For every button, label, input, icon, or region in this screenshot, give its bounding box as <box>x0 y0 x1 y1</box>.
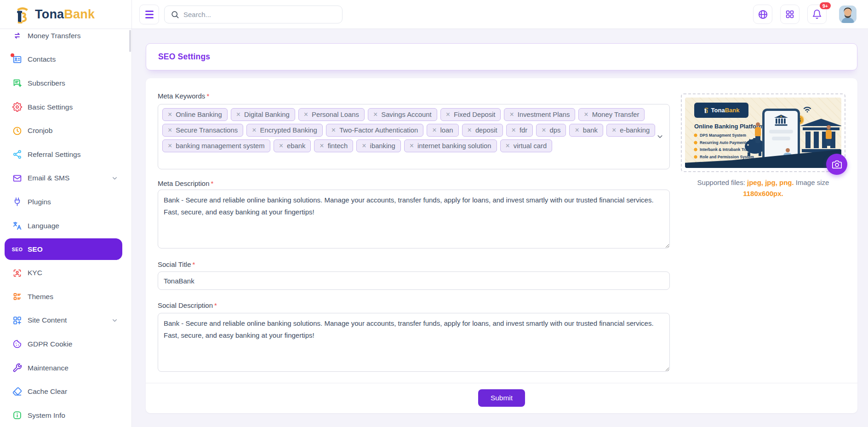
sidebar-item-site-content[interactable]: Site Content <box>0 309 131 333</box>
remove-keyword-icon[interactable]: × <box>506 142 510 150</box>
keyword-tag[interactable]: ×Online Banking <box>162 108 228 121</box>
remove-keyword-icon[interactable]: × <box>446 111 450 118</box>
keyword-tag[interactable]: ×Money Transfer <box>578 108 645 121</box>
sidebar-item-label: Maintenance <box>28 364 69 372</box>
face-scan-icon <box>12 268 22 278</box>
keyword-label: e-banking <box>620 127 650 134</box>
remove-keyword-icon[interactable]: × <box>432 127 436 134</box>
remove-keyword-icon[interactable]: × <box>575 127 579 134</box>
globe-icon <box>758 9 768 20</box>
keyword-tag[interactable]: ×deposit <box>462 124 503 137</box>
remove-keyword-icon[interactable]: × <box>512 127 516 134</box>
contacts-alert-dot <box>11 53 14 57</box>
sidebar-item-label: Themes <box>28 293 53 301</box>
remove-keyword-icon[interactable]: × <box>168 111 172 118</box>
sidebar-item-subscribers[interactable]: Subscribers <box>0 71 131 95</box>
sidebar-item-contacts[interactable]: Contacts <box>0 48 131 72</box>
clock-icon <box>12 126 22 136</box>
sidebar-item-seo[interactable]: SEO SEO <box>5 238 122 260</box>
user-avatar[interactable] <box>839 6 857 23</box>
notification-count-badge: 9+ <box>820 2 831 9</box>
keyword-tag[interactable]: ×fintech <box>314 139 353 152</box>
star-bullet-icon <box>694 148 697 151</box>
remove-keyword-icon[interactable]: × <box>168 127 172 134</box>
keyword-tag[interactable]: ×bank <box>569 124 603 137</box>
remove-keyword-icon[interactable]: × <box>320 142 324 150</box>
brand-name: TonaBank <box>35 7 95 22</box>
seo-image-dropzone[interactable]: TonaBank Online Banking Platform DPS Man… <box>681 93 845 172</box>
keywords-expand-chevron-icon[interactable] <box>656 133 664 141</box>
apps-menu-button[interactable] <box>780 5 799 24</box>
keyword-tag[interactable]: ×ebank <box>274 139 311 152</box>
keyword-tag[interactable]: ×ibanking <box>356 139 400 152</box>
sidebar-item-kyc[interactable]: KYC <box>0 261 131 285</box>
keyword-tag[interactable]: ×Fixed Deposit <box>440 108 501 121</box>
brand-logo[interactable]: TonaBank <box>14 5 95 23</box>
social-description-textarea[interactable]: Bank - Secure and reliable online bankin… <box>158 313 670 372</box>
sidebar-item-cronjob[interactable]: Cronjob <box>0 119 131 143</box>
meta-description-textarea[interactable]: Bank - Secure and reliable online bankin… <box>158 190 670 248</box>
keyword-tag[interactable]: ×e-banking <box>606 124 655 137</box>
sidebar-item-email-sms[interactable]: Email & SMS <box>0 167 131 190</box>
remove-keyword-icon[interactable]: × <box>468 127 472 134</box>
social-title-input[interactable] <box>158 271 670 290</box>
remove-keyword-icon[interactable]: × <box>584 111 588 118</box>
remove-keyword-icon[interactable]: × <box>236 111 240 118</box>
keyword-tag[interactable]: ×dps <box>536 124 566 137</box>
remove-keyword-icon[interactable]: × <box>252 127 256 134</box>
keyword-tag[interactable]: ×internet banking solution <box>404 139 497 152</box>
keyword-tag[interactable]: ×loan <box>427 124 458 137</box>
keyword-tag[interactable]: ×Secure Transactions <box>162 124 243 137</box>
bell-icon <box>812 9 822 19</box>
sidebar-item-basic-settings[interactable]: Basic Settings <box>0 95 131 119</box>
sidebar-item-maintenance[interactable]: Maintenance <box>0 356 131 380</box>
sidebar-item-cache-clear[interactable]: Cache Clear <box>0 380 131 404</box>
sidebar-item-money-transfers[interactable]: Money Transfers <box>0 29 131 48</box>
sidebar-item-plugins[interactable]: Plugins <box>0 190 131 214</box>
keyword-label: Digital Banking <box>244 111 290 118</box>
keyword-tag[interactable]: ×Digital Banking <box>231 108 295 121</box>
keyword-label: loan <box>440 127 453 134</box>
keyword-tag[interactable]: ×Encrypted Banking <box>246 124 323 137</box>
language-globe-button[interactable] <box>753 5 772 24</box>
search-input[interactable] <box>183 11 336 18</box>
submit-button[interactable]: Submit <box>478 389 525 407</box>
meta-keywords-label: Meta Keywords* <box>158 92 209 100</box>
change-image-button[interactable] <box>826 154 847 175</box>
keyword-tag[interactable]: ×Personal Loans <box>298 108 365 121</box>
remove-keyword-icon[interactable]: × <box>509 111 514 118</box>
contacts-icon <box>12 55 22 64</box>
sidebar-item-themes[interactable]: Themes <box>0 285 131 309</box>
keyword-tag[interactable]: ×Two-Factor Authentication <box>326 124 423 137</box>
keyword-label: dps <box>550 127 561 134</box>
sidebar-item-label: GDPR Cookie <box>28 340 72 348</box>
remove-keyword-icon[interactable]: × <box>304 111 308 118</box>
sidebar-item-referral-settings[interactable]: Referral Settings <box>0 143 131 167</box>
meta-keywords-input[interactable]: ×Online Banking ×Digital Banking ×Person… <box>158 104 670 169</box>
sidebar-item-label: Language <box>28 222 59 230</box>
sidebar-toggle-button[interactable] <box>139 5 159 24</box>
remove-keyword-icon[interactable]: × <box>542 127 546 134</box>
sidebar-item-gdpr-cookie[interactable]: GDPR Cookie <box>0 332 131 356</box>
keyword-label: ibanking <box>370 142 395 150</box>
remove-keyword-icon[interactable]: × <box>168 142 172 150</box>
remove-keyword-icon[interactable]: × <box>373 111 377 118</box>
remove-keyword-icon[interactable]: × <box>410 142 414 150</box>
keyword-tag[interactable]: ×banking management system <box>162 139 270 152</box>
keyword-tag[interactable]: ×fdr <box>506 124 533 137</box>
global-search[interactable] <box>164 6 343 23</box>
keyword-tag[interactable]: ×Savings Account <box>368 108 437 121</box>
remove-keyword-icon[interactable]: × <box>331 127 336 134</box>
sidebar-item-language[interactable]: Language <box>0 214 131 238</box>
keyword-tag[interactable]: ×virtual card <box>500 139 553 152</box>
sidebar-item-label: SEO <box>28 245 43 254</box>
remove-keyword-icon[interactable]: × <box>612 127 616 134</box>
remove-keyword-icon[interactable]: × <box>362 142 366 150</box>
supported-files-caption: Supported files: jpeg, jpg, png. Image s… <box>681 177 845 199</box>
grid-plus-icon <box>12 316 22 325</box>
sidebar-item-system-info[interactable]: System Info <box>0 404 131 427</box>
notifications-button[interactable]: 9+ <box>807 5 827 24</box>
gear-icon <box>12 102 22 112</box>
remove-keyword-icon[interactable]: × <box>279 142 283 150</box>
keyword-tag[interactable]: ×Investment Plans <box>504 108 575 121</box>
